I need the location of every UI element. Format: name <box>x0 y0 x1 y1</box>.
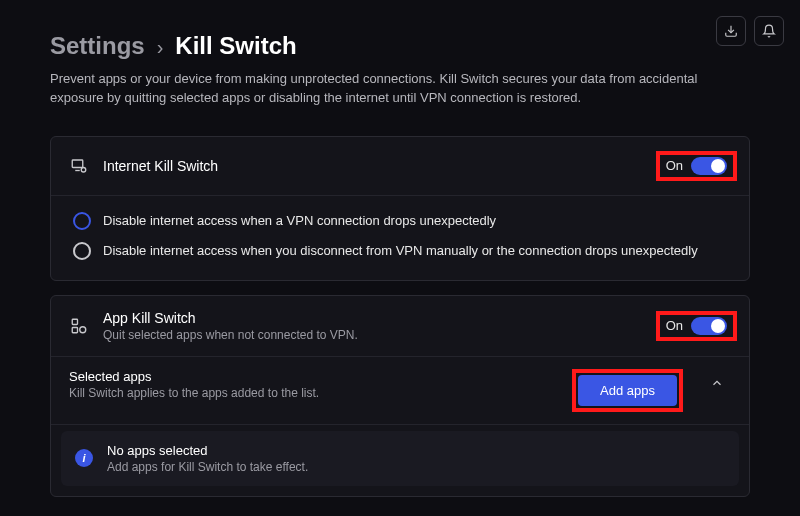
internet-kill-switch-panel: Internet Kill Switch On Disable internet… <box>50 136 750 281</box>
highlight-app-toggle: On <box>656 311 737 341</box>
app-kill-switch-toggle[interactable] <box>691 317 727 335</box>
internet-toggle-state: On <box>666 158 683 173</box>
download-button[interactable] <box>716 16 746 46</box>
no-apps-message: i No apps selected Add apps for Kill Swi… <box>61 431 739 486</box>
internet-kill-switch-title: Internet Kill Switch <box>103 158 642 174</box>
breadcrumb-parent[interactable]: Settings <box>50 32 145 60</box>
selected-apps-subtitle: Kill Switch applies to the apps added to… <box>69 386 558 400</box>
apps-lock-icon <box>69 316 89 336</box>
option-label: Disable internet access when you disconn… <box>103 243 698 258</box>
option-label: Disable internet access when a VPN conne… <box>103 213 496 228</box>
download-icon <box>724 24 738 38</box>
info-icon: i <box>75 449 93 467</box>
svg-point-3 <box>81 167 86 172</box>
notifications-button[interactable] <box>754 16 784 46</box>
radio-icon <box>73 242 91 260</box>
page-title: Kill Switch <box>175 32 296 60</box>
app-toggle-state: On <box>666 318 683 333</box>
page-description: Prevent apps or your device from making … <box>50 70 730 108</box>
monitor-lock-icon <box>69 156 89 176</box>
radio-icon <box>73 212 91 230</box>
collapse-button[interactable] <box>703 369 731 397</box>
bell-icon <box>762 24 776 38</box>
internet-kill-switch-options: Disable internet access when a VPN conne… <box>51 196 749 280</box>
app-kill-switch-subtitle: Quit selected apps when not connected to… <box>103 328 642 342</box>
add-apps-button[interactable]: Add apps <box>578 375 677 406</box>
option-manual-disconnect[interactable]: Disable internet access when you disconn… <box>69 236 731 266</box>
option-drops-unexpectedly[interactable]: Disable internet access when a VPN conne… <box>69 206 731 236</box>
svg-rect-4 <box>72 319 77 324</box>
chevron-up-icon <box>710 376 724 390</box>
svg-rect-5 <box>72 327 77 332</box>
svg-rect-1 <box>72 160 83 168</box>
highlight-internet-toggle: On <box>656 151 737 181</box>
selected-apps-title: Selected apps <box>69 369 558 384</box>
chevron-right-icon: › <box>157 36 164 59</box>
app-kill-switch-panel: App Kill Switch Quit selected apps when … <box>50 295 750 497</box>
app-kill-switch-title: App Kill Switch <box>103 310 642 326</box>
breadcrumb: Settings › Kill Switch <box>50 32 750 60</box>
no-apps-title: No apps selected <box>107 443 725 458</box>
internet-kill-switch-toggle[interactable] <box>691 157 727 175</box>
svg-point-6 <box>80 326 86 332</box>
no-apps-subtitle: Add apps for Kill Switch to take effect. <box>107 460 725 474</box>
highlight-add-apps: Add apps <box>572 369 683 412</box>
